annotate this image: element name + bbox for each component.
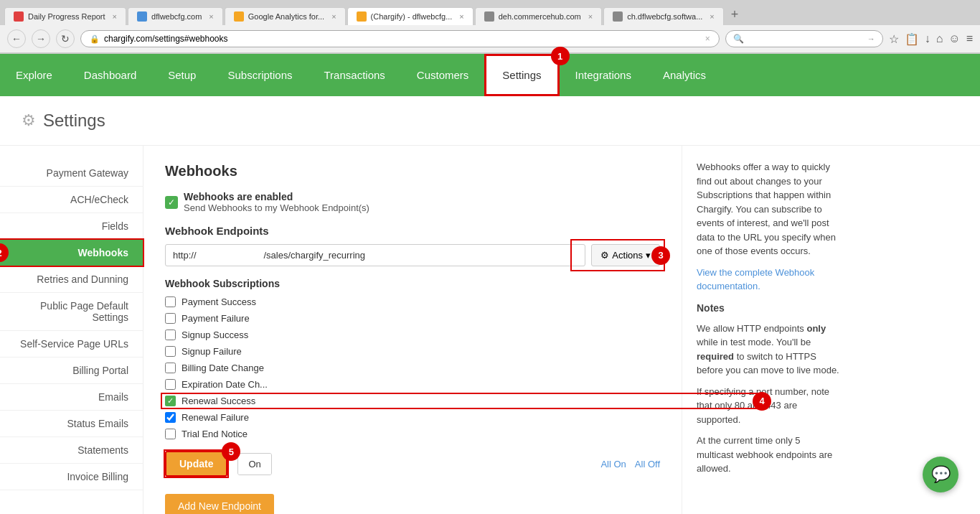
- tab-favicon-3: [234, 11, 244, 22]
- checkbox-payment-success-input[interactable]: [165, 296, 176, 307]
- checkbox-signup-success[interactable]: Signup Success: [165, 330, 660, 340]
- tab-2[interactable]: dflwebcfg.com ×: [128, 7, 223, 25]
- browser-icons: ☆ 📋 ↓ ⌂ ☺ ≡: [889, 32, 973, 46]
- refresh-button[interactable]: ↻: [56, 29, 75, 48]
- search-arrow: →: [867, 34, 875, 43]
- tab-favicon-2: [137, 11, 147, 22]
- emoji-icon[interactable]: ☺: [948, 32, 960, 45]
- right-panel-description: Webhooks offer a way to quickly find out…: [697, 160, 839, 258]
- back-button[interactable]: ←: [7, 29, 26, 48]
- sidebar-item-ach[interactable]: ACH/eCheck: [0, 187, 143, 213]
- tab-label-4: (Chargify) - dflwebcfg...: [371, 12, 453, 21]
- nav-dashboard[interactable]: Dashboard: [68, 54, 152, 96]
- nav-setup[interactable]: Setup: [152, 54, 212, 96]
- tab-4-active[interactable]: (Chargify) - dflwebcfg... ×: [347, 7, 473, 25]
- endpoint-input[interactable]: [165, 244, 585, 266]
- all-on-link[interactable]: All On: [600, 459, 626, 469]
- actions-arrow-icon: ▾: [646, 250, 651, 261]
- add-endpoint-button[interactable]: Add New Endpoint: [165, 494, 274, 514]
- tab-3[interactable]: Google Analytics for... ×: [225, 7, 346, 25]
- tab-close-6[interactable]: ×: [710, 12, 714, 21]
- nav-integrations[interactable]: Integrations: [560, 54, 647, 96]
- checkbox-payment-success-label: Payment Success: [182, 296, 256, 307]
- extension-icon[interactable]: 📋: [905, 32, 919, 46]
- sidebar-item-webhooks[interactable]: Webhooks 2: [0, 240, 143, 266]
- download-icon[interactable]: ↓: [925, 32, 930, 45]
- tab-label-2: dflwebcfg.com: [151, 12, 202, 21]
- checkbox-signup-failure-input[interactable]: [165, 346, 176, 357]
- checkbox-signup-failure-label: Signup Failure: [182, 346, 242, 357]
- checkbox-payment-success[interactable]: Payment Success: [165, 296, 660, 307]
- tab-1[interactable]: Daily Progress Report ×: [4, 7, 126, 25]
- nav-customers[interactable]: Customers: [401, 54, 485, 96]
- checkbox-expiration-date[interactable]: Expiration Date Ch...: [165, 379, 660, 390]
- sidebar-item-invoice-billing[interactable]: Invoice Billing: [0, 464, 143, 490]
- menu-icon[interactable]: ≡: [966, 32, 973, 45]
- toggle-on[interactable]: On: [238, 454, 270, 475]
- checkbox-billing-date-input[interactable]: [165, 363, 176, 373]
- sidebar-webhooks-label: Webhooks: [77, 247, 128, 258]
- url-close[interactable]: ×: [705, 34, 710, 44]
- new-tab-button[interactable]: +: [725, 4, 745, 25]
- actions-label: Actions: [612, 250, 643, 261]
- enabled-check-icon: ✓: [165, 196, 178, 209]
- sidebar-item-fields[interactable]: Fields: [0, 213, 143, 240]
- enabled-desc: Send Webhooks to my Webhook Endpoint(s): [184, 202, 369, 213]
- update-label: Update: [179, 458, 213, 469]
- bookmark-icon[interactable]: ☆: [889, 32, 899, 46]
- sidebar-item-retries[interactable]: Retries and Dunning: [0, 266, 143, 293]
- checkbox-payment-failure[interactable]: Payment Failure: [165, 313, 660, 324]
- checkbox-signup-failure[interactable]: Signup Failure: [165, 346, 660, 357]
- sidebar: Payment Gateway ACH/eCheck Fields Webhoo…: [0, 146, 143, 514]
- chat-icon: 💬: [931, 465, 951, 484]
- nav-subscriptions[interactable]: Subscriptions: [212, 54, 308, 96]
- checkbox-renewal-failure[interactable]: Renewal Failure: [165, 412, 660, 423]
- url-input[interactable]: [104, 34, 701, 44]
- tab-6[interactable]: ch.dflwebcfg.softwa... ×: [603, 7, 724, 25]
- all-off-link[interactable]: All Off: [635, 459, 660, 469]
- browser-chrome: Daily Progress Report × dflwebcfg.com × …: [0, 0, 980, 54]
- tab-favicon-5: [484, 11, 494, 22]
- tab-close-3[interactable]: ×: [331, 12, 336, 21]
- checkbox-trial-end-input[interactable]: [165, 429, 176, 439]
- checkbox-renewal-success[interactable]: ✓ Renewal Success 4: [165, 396, 660, 406]
- checkbox-trial-end[interactable]: Trial End Notice: [165, 429, 660, 439]
- chat-button[interactable]: 💬: [923, 457, 958, 492]
- checkbox-billing-date[interactable]: Billing Date Change: [165, 363, 660, 373]
- tab-close-4[interactable]: ×: [459, 12, 463, 21]
- notes-title: Notes: [697, 301, 839, 316]
- tab-5[interactable]: deh.commercehub.com ×: [475, 7, 602, 25]
- sidebar-item-payment-gateway[interactable]: Payment Gateway: [0, 160, 143, 187]
- tab-favicon-1: [14, 11, 24, 22]
- home-icon[interactable]: ⌂: [936, 32, 943, 45]
- tab-close-5[interactable]: ×: [588, 12, 593, 21]
- sidebar-item-emails[interactable]: Emails: [0, 384, 143, 411]
- sidebar-item-self-service[interactable]: Self-Service Page URLs: [0, 331, 143, 358]
- update-button[interactable]: Update 5: [165, 451, 227, 477]
- sidebar-item-public-page[interactable]: Public Page Default Settings: [0, 293, 143, 331]
- checkbox-renewal-success-label: Renewal Success: [182, 396, 255, 406]
- nav-analytics[interactable]: Analytics: [647, 54, 722, 96]
- webhooks-title: Webhooks: [165, 163, 660, 179]
- tab-close-1[interactable]: ×: [113, 12, 117, 21]
- url-bar[interactable]: 🔒 ×: [80, 30, 720, 47]
- checkbox-billing-date-label: Billing Date Change: [182, 363, 264, 373]
- webhook-docs-link[interactable]: View the complete Webhook documentation.: [697, 267, 814, 292]
- actions-button[interactable]: ⚙ Actions ▾: [591, 244, 660, 266]
- checkbox-expiration-date-input[interactable]: [165, 379, 176, 390]
- nav-transactions[interactable]: Transactions: [308, 54, 401, 96]
- nav-explore[interactable]: Explore: [0, 54, 68, 96]
- checkbox-renewal-failure-input[interactable]: [165, 412, 176, 423]
- tab-close-2[interactable]: ×: [209, 12, 213, 21]
- nav-settings[interactable]: Settings: [484, 54, 559, 96]
- sidebar-item-statements[interactable]: Statements: [0, 437, 143, 464]
- search-icon: 🔍: [733, 34, 744, 44]
- sidebar-item-billing-portal[interactable]: Billing Portal: [0, 358, 143, 384]
- checkbox-payment-failure-input[interactable]: [165, 313, 176, 324]
- search-input[interactable]: [747, 34, 864, 44]
- sidebar-item-status-emails[interactable]: Status Emails: [0, 411, 143, 437]
- tab-favicon-6: [613, 11, 623, 22]
- forward-button[interactable]: →: [32, 29, 50, 48]
- tab-label-3: Google Analytics for...: [248, 12, 324, 21]
- checkbox-signup-success-input[interactable]: [165, 330, 176, 340]
